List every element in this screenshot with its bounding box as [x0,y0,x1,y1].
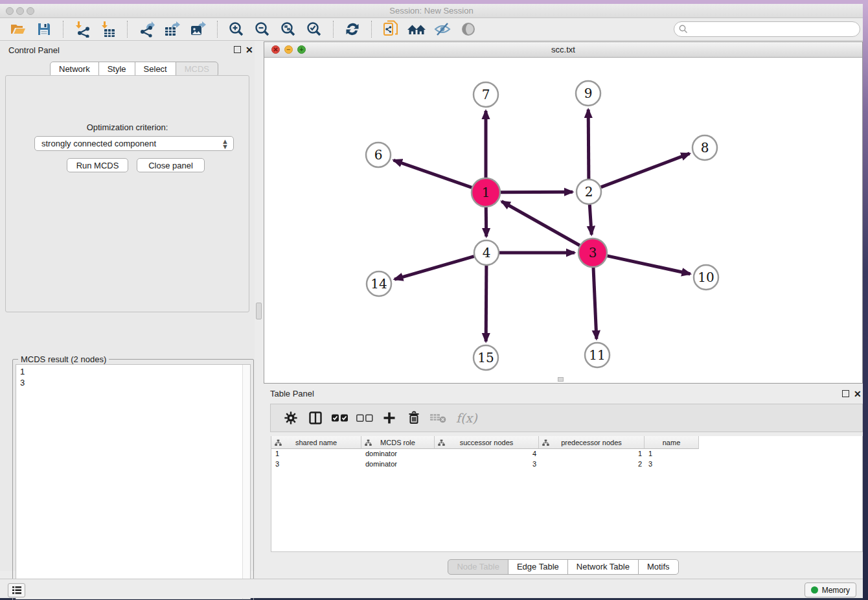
graph-node-8[interactable]: 8 [692,135,717,160]
graph-node-3[interactable]: 3 [578,238,607,267]
result-scrollbar[interactable] [242,365,250,599]
graph-node-4[interactable]: 4 [474,240,499,265]
tab-network-table[interactable]: Network Table [567,559,639,575]
tab-node-table[interactable]: Node Table [448,559,508,575]
search-icon [679,25,688,34]
graph-node-11[interactable]: 11 [585,343,610,367]
table-cell[interactable]: 3 [435,459,539,470]
control-panel: Control Panel ✕ NetworkStyleSelectMCDS O… [0,41,255,571]
save-session-icon[interactable] [34,19,54,39]
home-icon[interactable] [406,19,427,39]
panel-splitter-grip[interactable] [256,303,262,319]
export-table-icon[interactable] [162,19,183,39]
window-title: Session: New Session [0,6,863,16]
graph-node-10[interactable]: 10 [694,265,718,290]
optimization-criterion-label: Optimization criterion: [6,122,249,132]
export-image-icon[interactable] [188,19,209,39]
column-header-MCDS-role[interactable]: MCDS role [361,436,435,449]
graph-edge-2-9[interactable] [588,110,589,179]
mcds-result-title: MCDS result (2 nodes) [18,354,109,364]
float-table-panel-icon[interactable] [842,390,849,397]
column-header-name[interactable]: name [645,436,699,449]
graph-edge-3-10[interactable] [607,256,690,274]
toolbar-separator [63,21,63,38]
column-type-icon [438,439,445,446]
memory-label: Memory [822,586,850,595]
graph-node-7[interactable]: 7 [474,82,498,107]
memory-button[interactable]: Memory [805,583,856,597]
zoom-selected-icon[interactable] [304,19,325,39]
column-header-successor-nodes[interactable]: successor nodes [435,436,539,449]
export-network-icon[interactable] [136,19,157,39]
table-cell[interactable]: dominator [361,459,435,470]
graph-edge-1-2[interactable] [501,192,573,192]
column-header-label: successor nodes [460,439,514,446]
network-window-titlebar[interactable]: ✕ − + scc.txt [264,42,862,58]
column-header-predecessor-nodes[interactable]: predecessor nodes [539,436,645,449]
split-columns-icon[interactable] [304,408,327,428]
graph-edge-3-1[interactable] [501,202,580,246]
import-table-icon[interactable] [98,19,119,39]
table-row[interactable]: 1dominator411 [271,449,699,459]
optimization-criterion-select[interactable]: strongly connected component ▲▼ [34,136,234,151]
graph-edge-1-6[interactable] [394,160,472,187]
graph-edge-4-15[interactable] [486,266,486,341]
table-cell[interactable]: 3 [645,459,699,470]
tab-motifs[interactable]: Motifs [638,559,679,575]
graph-edge-2-3[interactable] [589,205,591,235]
add-row-icon[interactable] [378,408,401,428]
table-cell[interactable]: 3 [271,459,361,470]
console-button[interactable] [8,583,25,597]
network-graph[interactable]: 7968124314101511 [264,58,862,383]
graph-node-14[interactable]: 14 [367,271,391,296]
table-cell[interactable]: 1 [539,449,645,459]
table-cell[interactable]: dominator [361,449,435,459]
hide-eye-icon[interactable] [432,19,453,39]
table-cell[interactable]: 1 [271,449,361,459]
graph-node-9[interactable]: 9 [576,81,600,106]
clone-network-icon[interactable] [380,19,401,39]
graph-node-2[interactable]: 2 [577,179,601,204]
network-resize-handle[interactable] [558,377,564,382]
graph-edge-3-11[interactable] [593,268,597,339]
refresh-layout-icon[interactable] [342,19,363,39]
close-panel-button[interactable]: Close panel [137,158,205,172]
close-table-panel-icon[interactable]: ✕ [854,389,862,399]
zoom-fit-icon[interactable] [278,19,299,39]
import-network-icon[interactable] [72,19,93,39]
graph-node-6[interactable]: 6 [366,143,391,167]
window-titlebar: Session: New Session [0,4,863,18]
gear-icon[interactable] [279,408,303,428]
graph-edge-4-14[interactable] [394,257,474,280]
table-cell[interactable]: 1 [645,449,699,459]
column-header-label: MCDS role [380,439,415,446]
open-session-icon[interactable] [8,19,29,39]
zoom-in-icon[interactable] [226,19,247,39]
tab-edge-table[interactable]: Edge Table [508,559,568,575]
function-builder-icon[interactable]: f(x) [456,411,477,425]
network-canvas[interactable]: 7968124314101511 [264,58,862,383]
toolbar-separator [127,21,128,38]
run-mcds-button[interactable]: Run MCDS [67,158,128,172]
delete-table-icon[interactable] [427,408,450,428]
graph-node-1[interactable]: 1 [472,178,500,207]
graph-edge-2-8[interactable] [601,154,690,187]
column-header-shared-name[interactable]: shared name [271,436,361,449]
svg-text:7: 7 [482,87,490,102]
search-input[interactable] [674,21,860,37]
zoom-out-icon[interactable] [252,19,273,39]
deselect-all-icon[interactable] [353,408,376,428]
show-eye-icon[interactable] [458,19,479,39]
mcds-result-textarea[interactable]: 13 [16,364,251,599]
table-cell[interactable]: 2 [539,459,645,470]
memory-status-dot [811,586,818,594]
table-cell[interactable]: 4 [435,449,539,459]
close-panel-icon[interactable]: ✕ [246,45,253,55]
graph-node-15[interactable]: 15 [474,345,498,370]
select-all-icon[interactable] [328,408,352,428]
toolbar-separator [333,21,334,38]
table-row[interactable]: 3dominator323 [271,459,699,470]
desktop-wallpaper-right [863,4,868,600]
float-panel-icon[interactable] [234,46,241,53]
trash-icon[interactable] [402,408,426,428]
